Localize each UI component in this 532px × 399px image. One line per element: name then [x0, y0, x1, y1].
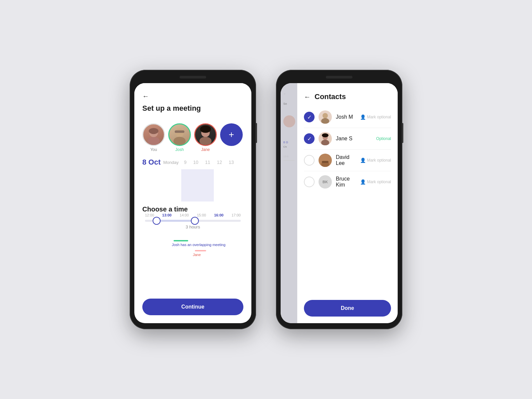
- svg-point-5: [174, 137, 186, 145]
- svg-point-8: [200, 137, 211, 145]
- mark-optional-label-josh-m: Mark optional: [367, 115, 391, 119]
- jane-conflict-label: Jane: [193, 253, 201, 257]
- contacts-header: ← Contacts: [297, 83, 398, 106]
- time-1600: 16:00: [214, 213, 223, 217]
- day-name: Monday: [163, 160, 179, 165]
- contacts-panel: ← Contacts ✓ Josh M 👤 Mark optional: [297, 83, 398, 323]
- person-icon-david-lee: 👤: [360, 158, 366, 163]
- avatar-jane-s: [319, 132, 332, 145]
- svg-point-9: [200, 126, 211, 133]
- cal-day-9[interactable]: 9: [184, 160, 187, 165]
- add-participant[interactable]: +: [220, 123, 243, 146]
- add-avatar-button[interactable]: +: [220, 123, 243, 146]
- phone-side-button-2: [402, 123, 403, 143]
- svg-point-15: [323, 156, 328, 162]
- person-icon-bruce-kim: 👤: [360, 179, 366, 185]
- peek-subtitle: Se: [283, 102, 295, 105]
- mark-optional-label-bruce-kim: Mark optional: [367, 180, 391, 184]
- avatar-josh-label: Josh: [175, 147, 184, 152]
- slider-fill: [157, 220, 195, 222]
- calendar-days: 9 10 11 12 13: [184, 160, 234, 165]
- time-1400: 14:00: [180, 213, 189, 217]
- phone-contacts: ← Se 8 O Ch 12:0 ← Contacts: [276, 70, 402, 329]
- cal-day-11[interactable]: 11: [205, 160, 210, 165]
- current-date: 8 Oct: [142, 158, 161, 167]
- contacts-title: Contacts: [315, 92, 346, 101]
- peek-back: ←: [283, 92, 295, 95]
- phone-speaker-2: [326, 76, 352, 78]
- phone-screen-meeting: ← Set up a meeting You Josh: [134, 83, 251, 323]
- meeting-header: ← Set up a meeting: [134, 83, 251, 118]
- page-title: Set up a meeting: [142, 104, 201, 112]
- mark-optional-label-david-lee: Mark optional: [367, 158, 391, 163]
- contacts-back-button[interactable]: ←: [304, 93, 311, 101]
- avatar-you: You: [142, 123, 165, 152]
- check-josh-m[interactable]: ✓: [304, 112, 315, 122]
- cal-day-12[interactable]: 12: [217, 160, 222, 165]
- contact-name-josh-m: Josh M: [336, 114, 356, 120]
- peek-avatar: [283, 115, 295, 127]
- contact-item-bruce-kim[interactable]: BK Bruce Kim 👤 Mark optional: [297, 171, 398, 193]
- svg-point-10: [323, 113, 328, 118]
- svg-point-3: [149, 128, 158, 134]
- avatar-jane-image: [194, 123, 217, 146]
- svg-rect-17: [322, 161, 329, 163]
- phone-side-button: [256, 123, 257, 143]
- peek-date: 8 O: [283, 141, 295, 144]
- josh-conflict-label: Josh has an overlapping meeting: [172, 243, 225, 247]
- avatar-david-lee: [319, 154, 332, 167]
- mark-optional-bruce-kim[interactable]: 👤 Mark optional: [360, 179, 391, 185]
- avatar-josh: Josh: [168, 123, 191, 152]
- contact-item-david-lee[interactable]: David Lee 👤 Mark optional: [297, 150, 398, 171]
- avatar-jane-label: Jane: [201, 147, 210, 152]
- contact-name-bruce-kim: Bruce Kim: [336, 176, 356, 188]
- avatars-row: You Josh Jane +: [134, 118, 251, 152]
- jane-conflict-bar: [195, 250, 206, 251]
- time-1700: 17:00: [231, 213, 241, 217]
- calendar-strip: 8 Oct Monday 9 10 11 12 13: [134, 152, 251, 169]
- check-david-lee[interactable]: [304, 155, 315, 166]
- contact-item-josh-m[interactable]: ✓ Josh M 👤 Mark optional: [297, 106, 398, 128]
- phone-speaker: [180, 76, 206, 78]
- mark-optional-david-lee[interactable]: 👤 Mark optional: [360, 158, 391, 163]
- contact-list: ✓ Josh M 👤 Mark optional ✓: [297, 106, 398, 296]
- continue-button[interactable]: Continue: [142, 299, 243, 315]
- mark-optional-josh-m[interactable]: 👤 Mark optional: [360, 114, 391, 120]
- time-1200: 12:00: [145, 213, 154, 217]
- avatar-bruce-kim: BK: [319, 175, 332, 189]
- contact-name-jane-s: Jane S: [336, 136, 372, 142]
- slider-handle-start[interactable]: [153, 217, 161, 225]
- time-1500: 15:00: [197, 213, 206, 217]
- time-section-title: Choose a time: [142, 205, 188, 213]
- phone-meeting: ← Set up a meeting You Josh: [130, 70, 256, 329]
- avatar-josh-image: [168, 123, 191, 146]
- time-slider-track[interactable]: [145, 220, 241, 222]
- time-1300: 13:00: [162, 213, 172, 217]
- svg-point-13: [321, 140, 329, 145]
- josh-conflict-bar: [174, 240, 188, 241]
- optional-badge-jane-s: Optional: [376, 136, 391, 141]
- cal-day-10[interactable]: 10: [193, 160, 199, 165]
- peek-ch: Ch: [283, 145, 295, 148]
- conflicts-area: Josh has an overlapping meeting Jane: [145, 233, 241, 260]
- timeline: 12:00 13:00 14:00 15:00 16:00 17:00 3 ho…: [142, 213, 243, 260]
- background-peek: ← Se 8 O Ch 12:0: [281, 83, 297, 323]
- avatar-you-image: [142, 123, 165, 146]
- cal-day-13[interactable]: 13: [229, 160, 234, 165]
- svg-rect-6: [175, 130, 184, 133]
- slider-handle-end[interactable]: [191, 217, 199, 225]
- person-icon-josh-m: 👤: [360, 114, 366, 120]
- peek-time: 12:0: [283, 155, 295, 158]
- svg-point-1: [148, 137, 160, 145]
- contact-item-jane-s[interactable]: ✓ Jane S Optional: [297, 128, 398, 149]
- svg-point-4: [175, 129, 184, 137]
- done-button[interactable]: Done: [304, 300, 391, 317]
- back-button[interactable]: ←: [142, 92, 243, 100]
- svg-point-11: [321, 118, 329, 124]
- check-bruce-kim[interactable]: [304, 177, 315, 187]
- contact-name-david-lee: David Lee: [336, 154, 356, 166]
- time-section: Choose a time 12:00 13:00 14:00 15:00 16…: [134, 201, 251, 260]
- check-jane-s[interactable]: ✓: [304, 133, 315, 144]
- avatar-josh-m: [319, 110, 332, 124]
- phone-screen-contacts: ← Se 8 O Ch 12:0 ← Contacts: [281, 83, 398, 323]
